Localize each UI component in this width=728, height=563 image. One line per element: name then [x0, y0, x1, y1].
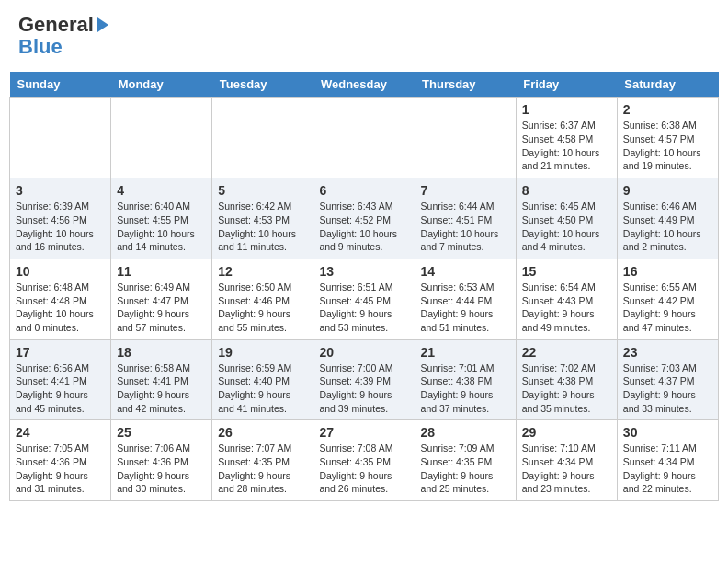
- calendar-cell: 29Sunrise: 7:10 AM Sunset: 4:34 PM Dayli…: [516, 420, 617, 501]
- calendar-cell: 2Sunrise: 6:38 AM Sunset: 4:57 PM Daylig…: [617, 98, 718, 178]
- logo-arrow-icon: [97, 17, 108, 32]
- day-number: 22: [522, 345, 611, 360]
- day-number: 29: [522, 425, 611, 440]
- calendar-cell: 18Sunrise: 6:58 AM Sunset: 4:41 PM Dayli…: [111, 339, 212, 420]
- day-number: 30: [623, 425, 712, 440]
- day-info: Sunrise: 7:02 AM Sunset: 4:38 PM Dayligh…: [522, 362, 611, 416]
- calendar-table: SundayMondayTuesdayWednesdayThursdayFrid…: [9, 72, 719, 501]
- logo-text-general: General: [18, 14, 94, 36]
- calendar-cell: 26Sunrise: 7:07 AM Sunset: 4:35 PM Dayli…: [212, 420, 313, 501]
- calendar-cell: 14Sunrise: 6:53 AM Sunset: 4:44 PM Dayli…: [415, 259, 516, 339]
- day-info: Sunrise: 7:03 AM Sunset: 4:37 PM Dayligh…: [623, 362, 712, 416]
- calendar-cell: 22Sunrise: 7:02 AM Sunset: 4:38 PM Dayli…: [516, 339, 617, 420]
- day-info: Sunrise: 7:10 AM Sunset: 4:34 PM Dayligh…: [522, 442, 611, 496]
- day-number: 14: [421, 264, 510, 279]
- day-number: 19: [218, 345, 307, 360]
- day-info: Sunrise: 6:45 AM Sunset: 4:50 PM Dayligh…: [522, 200, 611, 254]
- day-info: Sunrise: 6:48 AM Sunset: 4:48 PM Dayligh…: [16, 281, 105, 335]
- day-info: Sunrise: 6:53 AM Sunset: 4:44 PM Dayligh…: [421, 281, 510, 335]
- day-number: 11: [117, 264, 206, 279]
- day-info: Sunrise: 7:05 AM Sunset: 4:36 PM Dayligh…: [16, 442, 105, 496]
- day-number: 10: [16, 264, 105, 279]
- day-info: Sunrise: 6:44 AM Sunset: 4:51 PM Dayligh…: [421, 200, 510, 254]
- calendar-cell: 3Sunrise: 6:39 AM Sunset: 4:56 PM Daylig…: [10, 178, 111, 259]
- day-number: 18: [117, 345, 206, 360]
- day-info: Sunrise: 6:38 AM Sunset: 4:57 PM Dayligh…: [623, 119, 712, 173]
- day-info: Sunrise: 6:49 AM Sunset: 4:47 PM Dayligh…: [117, 281, 206, 335]
- calendar-cell: 19Sunrise: 6:59 AM Sunset: 4:40 PM Dayli…: [212, 339, 313, 420]
- calendar-cell: 5Sunrise: 6:42 AM Sunset: 4:53 PM Daylig…: [212, 178, 313, 259]
- day-info: Sunrise: 6:40 AM Sunset: 4:55 PM Dayligh…: [117, 200, 206, 254]
- day-info: Sunrise: 6:56 AM Sunset: 4:41 PM Dayligh…: [16, 362, 105, 416]
- calendar-cell: [111, 98, 212, 178]
- day-number: 12: [218, 264, 307, 279]
- calendar-cell: 1Sunrise: 6:37 AM Sunset: 4:58 PM Daylig…: [516, 98, 617, 178]
- day-info: Sunrise: 7:00 AM Sunset: 4:39 PM Dayligh…: [319, 362, 408, 416]
- calendar-cell: 16Sunrise: 6:55 AM Sunset: 4:42 PM Dayli…: [617, 259, 718, 339]
- weekday-header-thursday: Thursday: [415, 72, 516, 98]
- logo-text-blue: Blue: [18, 36, 63, 58]
- day-info: Sunrise: 6:55 AM Sunset: 4:42 PM Dayligh…: [623, 281, 712, 335]
- calendar-week-row: 3Sunrise: 6:39 AM Sunset: 4:56 PM Daylig…: [10, 178, 719, 259]
- day-number: 5: [218, 183, 307, 198]
- calendar-cell: 28Sunrise: 7:09 AM Sunset: 4:35 PM Dayli…: [415, 420, 516, 501]
- calendar-cell: 25Sunrise: 7:06 AM Sunset: 4:36 PM Dayli…: [111, 420, 212, 501]
- calendar-cell: 13Sunrise: 6:51 AM Sunset: 4:45 PM Dayli…: [313, 259, 415, 339]
- weekday-header-sunday: Sunday: [10, 72, 111, 98]
- day-info: Sunrise: 6:42 AM Sunset: 4:53 PM Dayligh…: [218, 200, 307, 254]
- day-number: 6: [319, 183, 408, 198]
- calendar-week-row: 1Sunrise: 6:37 AM Sunset: 4:58 PM Daylig…: [10, 98, 719, 178]
- day-number: 7: [421, 183, 510, 198]
- day-number: 27: [319, 425, 408, 440]
- calendar-cell: [212, 98, 313, 178]
- day-info: Sunrise: 7:09 AM Sunset: 4:35 PM Dayligh…: [421, 442, 510, 496]
- day-info: Sunrise: 7:07 AM Sunset: 4:35 PM Dayligh…: [218, 442, 307, 496]
- weekday-header-wednesday: Wednesday: [313, 72, 415, 98]
- weekday-header-saturday: Saturday: [617, 72, 718, 98]
- weekday-header-row: SundayMondayTuesdayWednesdayThursdayFrid…: [10, 72, 719, 98]
- day-info: Sunrise: 6:59 AM Sunset: 4:40 PM Dayligh…: [218, 362, 307, 416]
- day-number: 17: [16, 345, 105, 360]
- calendar-cell: 4Sunrise: 6:40 AM Sunset: 4:55 PM Daylig…: [111, 178, 212, 259]
- calendar-cell: [415, 98, 516, 178]
- day-number: 9: [623, 183, 712, 198]
- day-info: Sunrise: 7:08 AM Sunset: 4:35 PM Dayligh…: [319, 442, 408, 496]
- calendar-cell: 30Sunrise: 7:11 AM Sunset: 4:34 PM Dayli…: [617, 420, 718, 501]
- calendar-cell: 24Sunrise: 7:05 AM Sunset: 4:36 PM Dayli…: [10, 420, 111, 501]
- day-number: 13: [319, 264, 408, 279]
- calendar-week-row: 24Sunrise: 7:05 AM Sunset: 4:36 PM Dayli…: [10, 420, 719, 501]
- weekday-header-friday: Friday: [516, 72, 617, 98]
- calendar-cell: [313, 98, 415, 178]
- day-number: 28: [421, 425, 510, 440]
- weekday-header-monday: Monday: [111, 72, 212, 98]
- day-info: Sunrise: 7:06 AM Sunset: 4:36 PM Dayligh…: [117, 442, 206, 496]
- calendar-cell: 15Sunrise: 6:54 AM Sunset: 4:43 PM Dayli…: [516, 259, 617, 339]
- calendar-cell: 17Sunrise: 6:56 AM Sunset: 4:41 PM Dayli…: [10, 339, 111, 420]
- day-info: Sunrise: 6:37 AM Sunset: 4:58 PM Dayligh…: [522, 119, 611, 173]
- day-number: 8: [522, 183, 611, 198]
- calendar-cell: 12Sunrise: 6:50 AM Sunset: 4:46 PM Dayli…: [212, 259, 313, 339]
- page-header: General Blue: [9, 9, 719, 63]
- weekday-header-tuesday: Tuesday: [212, 72, 313, 98]
- day-number: 3: [16, 183, 105, 198]
- day-number: 20: [319, 345, 408, 360]
- day-number: 23: [623, 345, 712, 360]
- calendar-cell: 23Sunrise: 7:03 AM Sunset: 4:37 PM Dayli…: [617, 339, 718, 420]
- day-info: Sunrise: 6:54 AM Sunset: 4:43 PM Dayligh…: [522, 281, 611, 335]
- calendar-cell: 27Sunrise: 7:08 AM Sunset: 4:35 PM Dayli…: [313, 420, 415, 501]
- calendar-week-row: 17Sunrise: 6:56 AM Sunset: 4:41 PM Dayli…: [10, 339, 719, 420]
- day-info: Sunrise: 6:58 AM Sunset: 4:41 PM Dayligh…: [117, 362, 206, 416]
- day-number: 1: [522, 102, 611, 117]
- calendar-cell: 11Sunrise: 6:49 AM Sunset: 4:47 PM Dayli…: [111, 259, 212, 339]
- calendar-cell: 10Sunrise: 6:48 AM Sunset: 4:48 PM Dayli…: [10, 259, 111, 339]
- day-number: 4: [117, 183, 206, 198]
- calendar-cell: 7Sunrise: 6:44 AM Sunset: 4:51 PM Daylig…: [415, 178, 516, 259]
- day-number: 26: [218, 425, 307, 440]
- day-number: 24: [16, 425, 105, 440]
- day-info: Sunrise: 6:46 AM Sunset: 4:49 PM Dayligh…: [623, 200, 712, 254]
- day-info: Sunrise: 7:11 AM Sunset: 4:34 PM Dayligh…: [623, 442, 712, 496]
- day-info: Sunrise: 6:50 AM Sunset: 4:46 PM Dayligh…: [218, 281, 307, 335]
- calendar-cell: 21Sunrise: 7:01 AM Sunset: 4:38 PM Dayli…: [415, 339, 516, 420]
- calendar-cell: [10, 98, 111, 178]
- day-info: Sunrise: 7:01 AM Sunset: 4:38 PM Dayligh…: [421, 362, 510, 416]
